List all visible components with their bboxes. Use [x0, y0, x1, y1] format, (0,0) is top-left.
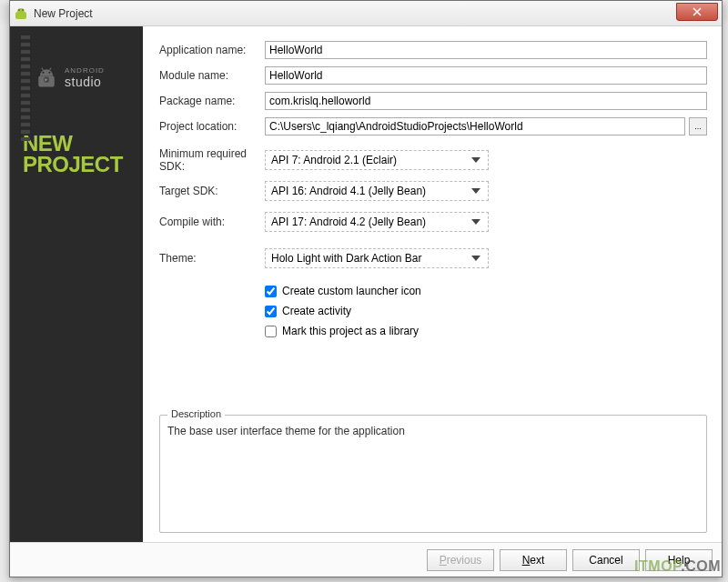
mark-library-checkbox[interactable] — [265, 326, 277, 337]
min-sdk-label: Minimum required SDK: — [159, 147, 265, 173]
create-activity-label[interactable]: Create activity — [282, 305, 351, 317]
brand-big-text: studio — [65, 75, 105, 89]
svg-rect-0 — [15, 12, 26, 19]
compile-with-combo[interactable]: API 17: Android 4.2 (Jelly Bean) — [265, 212, 489, 232]
cancel-button[interactable]: Cancel — [572, 549, 640, 571]
window-title: New Project — [34, 7, 676, 20]
android-icon — [34, 65, 59, 90]
app-name-label: Application name: — [159, 44, 265, 56]
create-launcher-icon-checkbox[interactable] — [265, 286, 277, 297]
svg-point-4 — [42, 72, 44, 74]
next-button[interactable]: Next — [500, 549, 567, 571]
footer: Previous Next Cancel Help — [10, 542, 722, 577]
titlebar: New Project — [10, 1, 722, 26]
theme-value: Holo Light with Dark Action Bar — [271, 252, 421, 265]
target-sdk-label: Target SDK: — [159, 185, 265, 197]
target-sdk-combo[interactable]: API 16: Android 4.1 (Jelly Bean) — [265, 181, 489, 201]
svg-point-5 — [48, 72, 50, 74]
min-sdk-value: API 7: Android 2.1 (Eclair) — [271, 154, 397, 166]
compile-with-label: Compile with: — [159, 216, 265, 228]
package-name-input[interactable] — [265, 92, 707, 110]
content-area: ANDROID studio NEW PROJECT Application n… — [10, 26, 722, 542]
chevron-down-icon — [471, 188, 480, 194]
target-sdk-value: API 16: Android 4.1 (Jelly Bean) — [271, 185, 426, 197]
description-legend: Description — [167, 408, 225, 419]
sidebar-pattern — [21, 35, 30, 145]
project-location-input[interactable] — [265, 117, 685, 135]
browse-button[interactable]: ... — [689, 117, 707, 135]
spacer — [159, 341, 707, 415]
sidebar-heading-line2: PROJECT — [23, 155, 130, 176]
module-name-input[interactable] — [265, 66, 707, 85]
form-panel: Application name: Module name: Package n… — [143, 26, 722, 542]
chevron-down-icon — [471, 256, 480, 261]
close-button[interactable] — [676, 3, 718, 21]
android-studio-app-icon — [14, 6, 28, 21]
new-project-window: New Project ANDROID studio — [9, 0, 723, 577]
project-location-label: Project location: — [159, 120, 265, 133]
description-text: The base user interface theme for the ap… — [167, 425, 699, 437]
close-icon — [693, 7, 702, 16]
app-name-input[interactable] — [265, 41, 707, 59]
description-box: Description The base user interface them… — [159, 415, 707, 533]
studio-brand: ANDROID studio — [34, 65, 130, 90]
svg-line-7 — [50, 68, 52, 71]
svg-point-1 — [18, 9, 20, 11]
brand-small-text: ANDROID — [65, 66, 105, 75]
svg-line-6 — [42, 68, 44, 71]
theme-label: Theme: — [159, 252, 265, 265]
chevron-down-icon — [471, 157, 480, 163]
theme-combo[interactable]: Holo Light with Dark Action Bar — [265, 248, 489, 268]
min-sdk-combo[interactable]: API 7: Android 2.1 (Eclair) — [265, 150, 489, 170]
svg-point-2 — [22, 9, 24, 11]
sidebar: ANDROID studio NEW PROJECT — [10, 26, 143, 542]
module-name-label: Module name: — [159, 69, 265, 82]
compile-with-value: API 17: Android 4.2 (Jelly Bean) — [271, 216, 426, 228]
mark-library-label[interactable]: Mark this project as a library — [282, 325, 419, 337]
chevron-down-icon — [471, 219, 480, 225]
sidebar-heading: NEW PROJECT — [23, 134, 130, 176]
create-launcher-icon-label[interactable]: Create custom launcher icon — [282, 285, 421, 297]
previous-button: Previous — [427, 549, 494, 571]
package-name-label: Package name: — [159, 95, 265, 107]
create-activity-checkbox[interactable] — [265, 306, 277, 317]
help-button[interactable]: Help — [645, 549, 713, 571]
